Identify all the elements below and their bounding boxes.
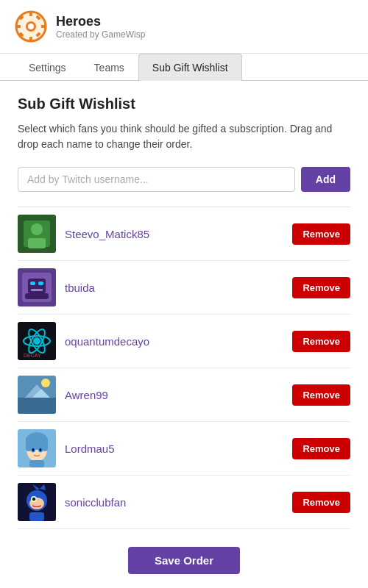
page-title: Sub Gift Wishlist xyxy=(18,96,350,112)
app-subtitle: Created by GameWisp xyxy=(56,29,145,40)
user-name: sonicclubfan xyxy=(65,496,283,509)
save-row: Save Order xyxy=(18,529,350,586)
tab-settings[interactable]: Settings xyxy=(15,54,80,81)
avatar xyxy=(18,429,56,467)
svg-rect-22 xyxy=(25,293,49,299)
svg-rect-21 xyxy=(31,289,43,291)
svg-rect-52 xyxy=(29,512,44,521)
remove-button[interactable]: Remove xyxy=(292,438,350,459)
avatar xyxy=(18,268,56,306)
avatar xyxy=(18,215,56,253)
table-row: Awren99 Remove xyxy=(18,368,350,422)
svg-rect-3 xyxy=(29,37,32,41)
user-name: Lordmau5 xyxy=(65,442,283,455)
svg-point-51 xyxy=(33,498,35,501)
table-row: Lordmau5 Remove xyxy=(18,422,350,476)
svg-point-14 xyxy=(31,223,43,235)
svg-text:DECAY: DECAY xyxy=(24,353,41,358)
header-text: Heroes Created by GameWisp xyxy=(56,14,145,40)
save-order-button[interactable]: Save Order xyxy=(128,547,240,574)
svg-point-11 xyxy=(28,24,34,29)
avatar: DECAY xyxy=(18,322,56,360)
page-description: Select which fans you think should be gi… xyxy=(18,121,350,152)
svg-rect-19 xyxy=(30,282,35,285)
table-row: DECAY oquantumdecayo Remove xyxy=(18,315,350,368)
svg-point-41 xyxy=(32,448,35,451)
tab-teams[interactable]: Teams xyxy=(80,54,138,81)
user-name: oquantumdecayo xyxy=(65,335,283,348)
table-row: tbuida Remove xyxy=(18,261,350,315)
svg-rect-37 xyxy=(26,437,32,451)
remove-button[interactable]: Remove xyxy=(292,331,350,352)
user-name: Awren99 xyxy=(65,389,283,401)
nav-tabs: Settings Teams Sub Gift Wishlist xyxy=(0,54,368,81)
user-list: Steevo_Matick85 Remove tbuida Remove xyxy=(18,207,350,529)
app-logo-icon xyxy=(15,10,47,43)
svg-rect-43 xyxy=(29,460,44,467)
remove-button[interactable]: Remove xyxy=(292,277,350,298)
username-input[interactable] xyxy=(18,167,295,192)
remove-button[interactable]: Remove xyxy=(292,384,350,406)
svg-rect-15 xyxy=(28,238,46,248)
svg-point-24 xyxy=(33,337,40,345)
svg-rect-4 xyxy=(16,25,21,28)
svg-point-33 xyxy=(41,379,50,387)
svg-rect-38 xyxy=(42,437,48,451)
svg-point-42 xyxy=(40,448,42,451)
app-title: Heroes xyxy=(56,14,145,29)
remove-button[interactable]: Remove xyxy=(292,223,350,245)
add-button[interactable]: Add xyxy=(301,167,350,192)
svg-rect-2 xyxy=(29,12,32,16)
avatar xyxy=(18,483,56,521)
add-row: Add xyxy=(18,167,350,192)
remove-button[interactable]: Remove xyxy=(292,492,350,513)
svg-rect-5 xyxy=(41,25,46,28)
svg-rect-30 xyxy=(18,398,56,414)
main-content: Sub Gift Wishlist Select which fans you … xyxy=(0,81,368,588)
table-row: sonicclubfan Remove xyxy=(18,476,350,529)
svg-rect-20 xyxy=(38,282,43,285)
user-name: Steevo_Matick85 xyxy=(65,228,283,240)
app-header: Heroes Created by GameWisp xyxy=(0,0,368,54)
table-row: Steevo_Matick85 Remove xyxy=(18,207,350,261)
avatar xyxy=(18,376,56,414)
tab-sub-gift-wishlist[interactable]: Sub Gift Wishlist xyxy=(138,54,242,81)
user-name: tbuida xyxy=(65,282,283,294)
